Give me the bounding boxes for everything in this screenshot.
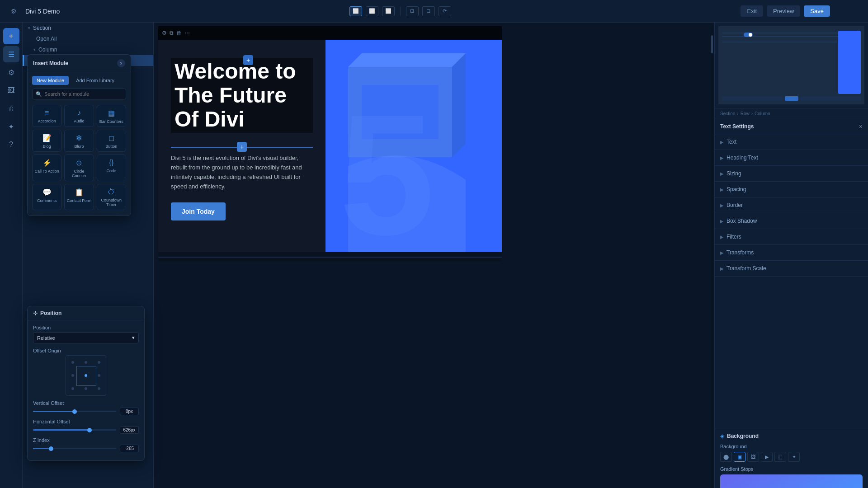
delete-edit-icon[interactable]: 🗑 — [176, 30, 182, 36]
bg-type-gradient[interactable]: ▣ — [734, 452, 745, 462]
section-box-shadow: ▶ Box Shadow — [715, 213, 868, 229]
more-edit-icon[interactable]: ⋯ — [184, 30, 190, 36]
vertical-offset-track[interactable] — [33, 411, 116, 412]
gradient-stops-label: Gradient Stops — [720, 466, 863, 472]
layout-btn-2[interactable]: ⊟ — [422, 6, 435, 16]
filters-row[interactable]: ▶ Filters — [715, 229, 868, 244]
join-today-button[interactable]: Join Today — [171, 202, 226, 221]
preview-button[interactable]: Preview — [767, 5, 800, 17]
layout-btn-1[interactable]: ⊞ — [406, 6, 419, 16]
position-panel-body: Position Relative ▾ Offset Origin — [28, 320, 144, 460]
mobile-view-btn[interactable]: ⬜ — [382, 6, 395, 16]
open-all-label: Open All — [36, 36, 57, 42]
module-comments[interactable]: 💬 Comments — [32, 184, 61, 210]
panel-header: Insert Module × — [28, 55, 131, 72]
vertical-offset-thumb[interactable] — [72, 409, 77, 414]
spacing-row[interactable]: ▶ Spacing — [715, 182, 868, 197]
position-select[interactable]: Relative ▾ — [33, 332, 139, 343]
exit-button[interactable]: Exit — [741, 5, 763, 17]
tablet-view-btn[interactable]: ⬜ — [366, 6, 378, 16]
module-bar-counters[interactable]: ▦ Bar Counters — [97, 105, 126, 127]
origin-ml[interactable] — [66, 369, 79, 382]
transform-scale-arrow: ▶ — [720, 266, 724, 271]
z-index-track[interactable] — [33, 448, 116, 449]
sidebar-layers-btn[interactable]: ☰ — [3, 46, 19, 62]
horizontal-offset-track[interactable] — [33, 429, 116, 431]
cta-label: Call To Action — [34, 169, 59, 174]
settings-scroll-area[interactable]: ▶ Text ▶ Heading Text ▶ Sizing ▶ Spacing — [715, 134, 868, 428]
module-circle-counter[interactable]: ⊙ Circle Counter — [64, 155, 94, 181]
view-mode-switcher: ⬜ ⬜ ⬜ ⊞ ⊟ ⟳ — [349, 6, 451, 16]
layer-column[interactable]: ▾ Column — [23, 44, 153, 55]
origin-tr[interactable] — [93, 356, 106, 369]
copy-edit-icon[interactable]: ⧉ — [170, 30, 174, 36]
panel-close-btn[interactable]: × — [117, 59, 125, 67]
origin-bl[interactable] — [66, 382, 79, 395]
sidebar-search-btn[interactable]: ? — [3, 136, 19, 153]
origin-mr[interactable] — [93, 369, 106, 382]
gradient-preview[interactable] — [720, 474, 863, 488]
contact-form-icon: 📋 — [75, 188, 84, 197]
sidebar-media-btn[interactable]: 🖼 — [3, 82, 19, 99]
module-countdown[interactable]: ⏱ Countdown Timer — [97, 184, 126, 210]
vertical-offset-value[interactable]: 0px — [120, 408, 139, 415]
module-contact-form[interactable]: 📋 Contact Form — [64, 184, 94, 210]
vertical-offset-fill — [33, 411, 75, 412]
module-cta[interactable]: ⚡ Call To Action — [32, 155, 61, 181]
transforms-row[interactable]: ▶ Transforms — [715, 245, 868, 260]
top-bar: ⚙ Divi 5 Demo ⬜ ⬜ ⬜ ⊞ ⊟ ⟳ Exit Preview S… — [0, 0, 868, 23]
horizontal-offset-slider-row: 626px — [33, 426, 139, 434]
layer-section[interactable]: ▾ Section — [23, 23, 153, 33]
bg-type-image[interactable]: 🖼 — [747, 452, 759, 462]
sidebar-settings-btn[interactable]: ⚙ — [3, 64, 19, 80]
sidebar-transform-btn[interactable]: ✦ — [3, 118, 19, 135]
module-button[interactable]: ◻ Button — [97, 130, 126, 152]
bg-type-pattern[interactable]: ░ — [774, 452, 786, 462]
position-icon: ⊹ — [33, 310, 38, 316]
save-button[interactable]: Save — [804, 5, 830, 17]
module-search-input[interactable] — [32, 89, 126, 99]
offset-origin-grid — [66, 355, 106, 396]
transform-scale-row[interactable]: ▶ Transform Scale — [715, 261, 868, 276]
horizontal-offset-value[interactable]: 626px — [120, 426, 139, 434]
bg-type-video[interactable]: ▶ — [761, 452, 773, 462]
desktop-view-btn[interactable]: ⬜ — [349, 6, 362, 16]
settings-icon[interactable]: ⚙ — [7, 5, 20, 18]
origin-tl[interactable] — [66, 356, 79, 369]
top-canvas-add-btn[interactable]: + — [243, 55, 253, 65]
module-audio[interactable]: ♪ Audio — [64, 105, 94, 127]
z-index-fill — [33, 448, 51, 449]
module-blurb[interactable]: ✻ Blurb — [64, 130, 94, 152]
z-index-thumb[interactable] — [49, 446, 53, 451]
origin-bc[interactable] — [79, 382, 92, 395]
tab-new-module[interactable]: New Module — [32, 76, 69, 85]
tab-add-from-library[interactable]: Add From Library — [71, 76, 119, 85]
sizing-row[interactable]: ▶ Sizing — [715, 166, 868, 181]
sidebar-history-btn[interactable]: ⎌ — [3, 100, 19, 117]
box-shadow-row[interactable]: ▶ Box Shadow — [715, 213, 868, 229]
add-module-btn-canvas[interactable]: + — [237, 142, 247, 152]
bg-type-color[interactable]: ⬤ — [720, 452, 732, 462]
bg-type-mask[interactable]: ✦ — [788, 452, 800, 462]
heading-text-row[interactable]: ▶ Heading Text — [715, 150, 868, 165]
origin-br[interactable] — [93, 382, 106, 395]
text-section-row[interactable]: ▶ Text — [715, 134, 868, 150]
module-blog[interactable]: 📝 Blog — [32, 130, 61, 152]
z-index-value[interactable]: -265 — [120, 445, 139, 452]
module-accordion[interactable]: ≡ Accordion — [32, 105, 61, 127]
origin-mc[interactable] — [79, 369, 92, 382]
scrollbar-thumb[interactable] — [711, 35, 713, 53]
border-row[interactable]: ▶ Border — [715, 197, 868, 213]
settings-edit-icon[interactable]: ⚙ — [162, 30, 167, 36]
text-settings-close-btn[interactable]: × — [859, 123, 863, 130]
countdown-icon: ⏱ — [108, 188, 115, 196]
horizontal-offset-thumb[interactable] — [87, 428, 92, 432]
layout-btn-3[interactable]: ⟳ — [439, 6, 451, 16]
spacing-label: Spacing — [726, 186, 746, 192]
divider — [400, 7, 401, 16]
insert-module-panel: Insert Module × New Module Add From Libr… — [27, 54, 131, 216]
module-code[interactable]: {} Code — [97, 155, 126, 181]
origin-tc[interactable] — [79, 356, 92, 369]
layer-open-all[interactable]: Open All — [23, 33, 153, 44]
add-module-btn[interactable]: + — [3, 28, 19, 44]
